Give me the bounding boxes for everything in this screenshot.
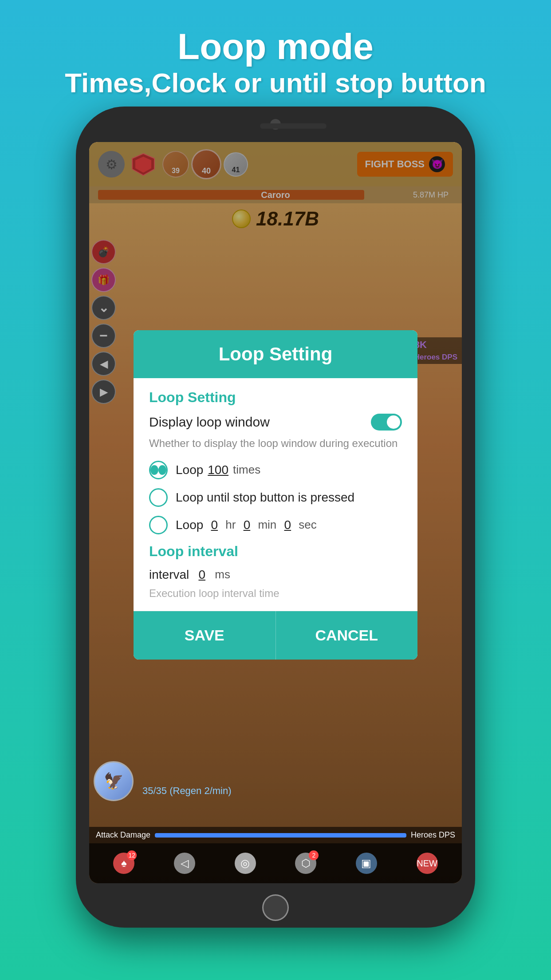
regen-info: 35/35 (Regen 2/min) [142,785,232,797]
nav-icon-home[interactable]: ◎ [235,853,256,874]
bottom-screen-area: Attack Damage Heroes DPS [89,827,462,843]
phone-device: ⚙ 39 40 41 [76,107,475,928]
loop-stop-option[interactable]: Loop until stop button is pressed [149,488,402,507]
loop-times-option[interactable]: Loop 100 times [149,461,402,479]
header-line1: Loop mode [0,27,551,67]
loop-setting-section-label: Loop Setting [149,389,402,406]
nav-icon-1[interactable]: ♠ 12 [113,853,134,874]
dialog-header: Loop Setting [134,330,417,378]
dialog-body: Loop Setting Display loop window Whether… [134,378,417,611]
dialog-title: Loop Setting [219,344,333,364]
nav-item-1[interactable]: ♠ 12 [113,853,134,874]
nav-icon-3[interactable]: ⬡ 2 [295,853,316,874]
save-button[interactable]: SAVE [134,611,276,660]
loop-times-value[interactable]: 100 [208,463,228,477]
loop-stop-label: Loop until stop button is pressed [176,490,354,505]
loop-times-radio[interactable] [149,461,168,479]
phone-bottom-area [156,897,395,919]
loop-stop-radio[interactable] [149,488,168,507]
attack-damage-label: Attack Damage [96,830,150,840]
nav-item-5[interactable]: NEW [417,853,438,874]
badge-1: 12 [127,850,137,860]
dialog-overlay: Loop Setting Loop Setting Display loop w… [89,142,462,883]
cancel-button[interactable]: CANCEL [276,611,418,660]
interval-unit: ms [215,568,230,581]
phone-home-button[interactable] [262,894,289,921]
loop-clock-radio[interactable] [149,516,168,534]
phone-screen: ⚙ 39 40 41 [89,142,462,883]
loop-clock-sec-value[interactable]: 0 [281,518,294,532]
loop-clock-hr-value[interactable]: 0 [208,518,221,532]
loop-clock-label: Loop 0 hr 0 min 0 sec [176,518,317,532]
header-line2: Times,Clock or until stop button [0,67,551,99]
nav-item-back[interactable]: ◁ [174,853,195,874]
nav-icon-back[interactable]: ◁ [174,853,195,874]
display-loop-window-toggle[interactable] [371,414,402,431]
loop-clock-min-value[interactable]: 0 [240,518,253,532]
nav-item-4[interactable]: ▣ [356,853,377,874]
phone-speaker [260,123,327,129]
loop-interval-section-label: Loop interval [149,543,402,560]
stat-row: Attack Damage Heroes DPS [96,830,455,840]
nav-icon-5[interactable]: NEW [417,853,438,874]
nav-item-home[interactable]: ◎ [235,853,256,874]
screen-bottom-bar: ♠ 12 ◁ ◎ ⬡ 2 [89,843,462,883]
badge-3: 2 [309,850,319,860]
stat-bar [155,833,406,838]
loop-times-label: Loop 100 times [176,463,260,477]
phone-body: ⚙ 39 40 41 [76,107,475,928]
exec-desc: Execution loop interval time [149,587,402,600]
dialog-buttons: SAVE CANCEL [134,611,417,660]
display-loop-window-label: Display loop window [149,415,270,430]
display-loop-window-desc: Whether to display the loop window durin… [149,436,402,451]
page-header: Loop mode Times,Clock or until stop butt… [0,0,551,113]
interval-label: interval [149,568,189,582]
interval-row: interval 0 ms [149,568,402,582]
display-loop-window-row: Display loop window [149,414,402,431]
nav-item-3[interactable]: ⬡ 2 [295,853,316,874]
heroes-dps-label: Heroes DPS [411,830,455,840]
nav-icon-4[interactable]: ▣ [356,853,377,874]
loop-setting-dialog: Loop Setting Loop Setting Display loop w… [134,330,417,660]
hero-icon[interactable]: 🦅 [94,761,134,801]
loop-clock-option[interactable]: Loop 0 hr 0 min 0 sec [149,516,402,534]
interval-value[interactable]: 0 [195,568,209,582]
